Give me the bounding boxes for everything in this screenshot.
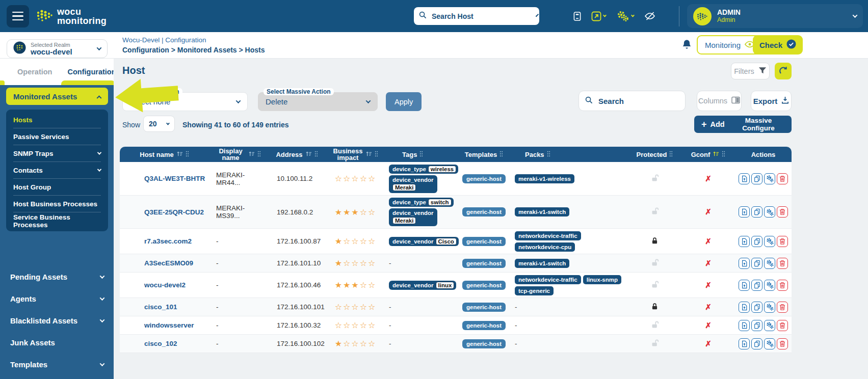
- star-icon[interactable]: ☆: [343, 259, 351, 267]
- host-link[interactable]: r7.a3sec.com2: [144, 237, 192, 245]
- gconf-disabled-icon[interactable]: ✗: [705, 237, 712, 246]
- template-pill[interactable]: generic-host: [462, 303, 506, 312]
- sort-icon[interactable]: [305, 151, 312, 158]
- delete-host-button[interactable]: [777, 320, 788, 331]
- pack-pill[interactable]: networkdevice-traffic: [515, 275, 581, 284]
- star-icon[interactable]: ★: [335, 259, 343, 267]
- refresh-button[interactable]: [775, 63, 792, 79]
- column-header-templates[interactable]: Templates: [457, 150, 511, 159]
- lock-closed-icon[interactable]: [651, 302, 659, 312]
- pack-pill[interactable]: networkdevice-cpu: [515, 242, 575, 252]
- export-host-button[interactable]: [739, 236, 750, 247]
- eye-off-icon[interactable]: [644, 11, 655, 21]
- sidebar-item-blacklisted-assets[interactable]: Blacklisted Assets: [6, 310, 108, 332]
- export-host-button[interactable]: [739, 280, 750, 291]
- star-icon[interactable]: ☆: [368, 281, 376, 289]
- tag[interactable]: device_typewireless: [389, 165, 458, 174]
- drag-handle-icon[interactable]: [419, 151, 423, 158]
- column-header-business-impact[interactable]: Business impact: [326, 147, 385, 162]
- template-pill[interactable]: generic-host: [462, 237, 506, 246]
- star-icon[interactable]: ★: [335, 237, 343, 246]
- star-icon[interactable]: ☆: [360, 303, 368, 311]
- star-icon[interactable]: ☆: [360, 281, 368, 289]
- tag[interactable]: device_vendorMeraki: [389, 175, 437, 193]
- clone-host-button[interactable]: [751, 173, 762, 184]
- services-config-button[interactable]: [764, 280, 775, 291]
- sort-icon[interactable]: [365, 151, 372, 158]
- export-host-button[interactable]: [739, 258, 750, 269]
- massive-configure-button[interactable]: Massive Configure: [725, 116, 792, 133]
- pack-pill[interactable]: meraki-v1-switch: [515, 259, 569, 268]
- clone-host-button[interactable]: [751, 302, 762, 313]
- drag-handle-icon[interactable]: [257, 151, 261, 158]
- star-icon[interactable]: ☆: [368, 339, 376, 348]
- star-icon[interactable]: ☆: [368, 208, 376, 216]
- star-icon[interactable]: ☆: [335, 321, 343, 330]
- clone-host-button[interactable]: [751, 280, 762, 291]
- star-icon[interactable]: ★: [335, 208, 343, 216]
- tag[interactable]: device_typeswitch: [389, 198, 454, 207]
- gconf-disabled-icon[interactable]: ✗: [705, 174, 712, 183]
- gconf-disabled-icon[interactable]: ✗: [705, 207, 712, 216]
- drag-handle-icon[interactable]: [186, 151, 189, 158]
- column-header-address[interactable]: Address: [268, 150, 326, 159]
- lock-open-icon[interactable]: [651, 320, 659, 331]
- pack-pill[interactable]: networkdevice-traffic: [515, 231, 581, 240]
- chevron-down-icon[interactable]: [536, 14, 539, 17]
- drag-handle-icon[interactable]: [547, 151, 550, 158]
- star-icon[interactable]: ☆: [343, 339, 351, 348]
- lock-open-icon[interactable]: [651, 174, 659, 184]
- column-header-protected[interactable]: Protected: [628, 150, 681, 159]
- template-pill[interactable]: generic-host: [462, 281, 506, 290]
- export-host-button[interactable]: [739, 338, 750, 349]
- host-link[interactable]: wocu-devel2: [144, 281, 186, 289]
- host-link[interactable]: windowsserver: [144, 321, 194, 329]
- lock-open-icon[interactable]: [651, 258, 659, 268]
- star-icon[interactable]: ☆: [335, 303, 343, 311]
- star-icon[interactable]: ★: [351, 208, 359, 216]
- lock-closed-icon[interactable]: [651, 236, 659, 247]
- star-icon[interactable]: ☆: [368, 259, 376, 267]
- sidebar-item-hosts[interactable]: Hosts: [13, 112, 101, 128]
- services-config-button[interactable]: [764, 302, 775, 313]
- services-config-button[interactable]: [764, 338, 775, 349]
- drag-handle-icon[interactable]: [722, 151, 725, 158]
- sidebar-item-service-business-processes[interactable]: Service Business Processes: [13, 212, 101, 229]
- sort-icon[interactable]: [176, 151, 183, 158]
- filters-button[interactable]: Filters: [731, 63, 770, 79]
- lock-open-icon[interactable]: [651, 339, 659, 349]
- export-host-button[interactable]: [739, 173, 750, 184]
- lock-open-icon[interactable]: [651, 280, 659, 290]
- delete-host-button[interactable]: [777, 173, 788, 184]
- host-link[interactable]: Q3AL-WE3T-BHTR: [144, 175, 205, 182]
- table-search-input[interactable]: [597, 96, 702, 106]
- host-link[interactable]: A3SecESMO09: [144, 259, 193, 267]
- star-icon[interactable]: ☆: [351, 303, 359, 311]
- sidebar-item-templates[interactable]: Templates: [6, 354, 108, 375]
- wocu-logo[interactable]: wocumonitoring: [36, 7, 107, 25]
- star-icon[interactable]: ☆: [343, 321, 351, 330]
- breadcrumb-context[interactable]: Wocu-Devel | Configuration: [122, 36, 206, 44]
- star-icon[interactable]: ★: [343, 208, 351, 216]
- host-link[interactable]: cisco_102: [144, 340, 177, 347]
- services-config-button[interactable]: [764, 258, 775, 269]
- services-config-button[interactable]: [764, 236, 775, 247]
- star-icon[interactable]: ☆: [351, 259, 359, 267]
- drag-handle-icon[interactable]: [669, 151, 673, 158]
- star-icon[interactable]: ★: [343, 281, 351, 289]
- template-pill[interactable]: generic-host: [462, 339, 506, 348]
- clone-host-button[interactable]: [751, 320, 762, 331]
- template-pill[interactable]: generic-host: [462, 321, 506, 330]
- sidebar-item-snmp-traps[interactable]: SNMP Traps: [13, 145, 101, 162]
- star-icon[interactable]: ☆: [360, 237, 368, 246]
- star-icon[interactable]: ☆: [360, 174, 368, 183]
- star-icon[interactable]: ☆: [351, 321, 359, 330]
- host-link[interactable]: Q3EE-25QR-CDU2: [144, 208, 204, 216]
- host-search-input[interactable]: [431, 12, 533, 21]
- drag-handle-icon[interactable]: [499, 151, 503, 158]
- star-icon[interactable]: ☆: [343, 237, 351, 246]
- tag[interactable]: device_vendorlinux: [389, 281, 456, 290]
- sidebar-item-agents[interactable]: Agents: [6, 288, 108, 310]
- sort-icon[interactable]: [248, 151, 255, 158]
- delete-host-button[interactable]: [777, 206, 788, 218]
